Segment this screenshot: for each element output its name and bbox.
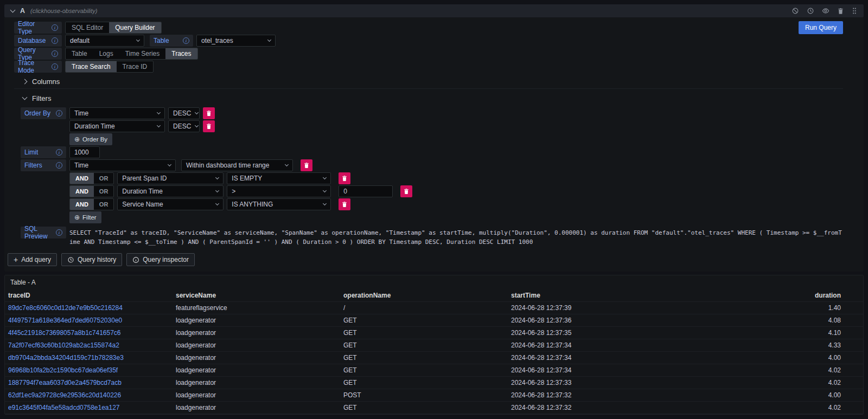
columns-section-toggle[interactable]: Columns xyxy=(14,75,843,89)
history-icon xyxy=(67,256,74,263)
limit-input[interactable] xyxy=(69,146,100,158)
eye-icon[interactable] xyxy=(822,7,829,15)
info-icon[interactable] xyxy=(56,162,62,169)
column-header-duration[interactable]: duration xyxy=(675,289,863,302)
filters-section-toggle[interactable]: Filters xyxy=(14,91,843,105)
drag-handle-icon[interactable] xyxy=(852,7,857,15)
remove-filter-button[interactable] xyxy=(301,159,312,171)
trace-id-link[interactable]: 1887794f7eaa6037d0e2a4579bcd7acb xyxy=(5,377,173,389)
trace-mode-row: Trace Mode Trace Search Trace ID xyxy=(14,61,843,73)
remove-order-by-button[interactable] xyxy=(203,120,215,132)
trace-id-link[interactable]: e91c3645f04fa5e58adcd0758e1ea127 xyxy=(5,402,173,414)
query-inspector-button[interactable]: Query inspector xyxy=(126,253,195,266)
collapse-query-icon[interactable] xyxy=(10,8,16,13)
filter-value-input[interactable] xyxy=(339,185,393,197)
and-option[interactable]: AND xyxy=(70,199,94,210)
duration-cell: 4.10 xyxy=(675,327,863,339)
start-time-cell: 2024-06-28 12:37:35 xyxy=(508,327,675,339)
trace-id-link[interactable]: 7a2f07ecf63c60b1029ab2ac155874a2 xyxy=(5,339,173,352)
info-icon[interactable] xyxy=(56,229,62,236)
query-row-header[interactable]: A (clickhouse-observability) xyxy=(4,4,864,17)
chevron-down-icon xyxy=(215,176,219,179)
trace-id-link[interactable]: 62df1ec9a29728c9e29536c20d140226 xyxy=(5,389,173,402)
trace-search-option[interactable]: Trace Search xyxy=(66,61,117,72)
column-header-trace-id[interactable]: traceID xyxy=(5,289,173,302)
info-icon[interactable] xyxy=(52,63,58,70)
add-filter-button[interactable]: Filter xyxy=(69,211,101,223)
and-option[interactable]: AND xyxy=(70,186,94,197)
trace-id-link[interactable]: 89dc7e8c6060c0d12de7e9b50c216284 xyxy=(5,302,173,314)
filter-field-select[interactable]: Parent Span ID xyxy=(117,172,224,184)
info-icon[interactable] xyxy=(52,24,58,31)
info-icon[interactable] xyxy=(56,110,62,117)
ban-icon[interactable] xyxy=(792,7,799,15)
filters-section-body: Order By Time DESC Dura xyxy=(14,107,843,247)
query-inspector-label: Query inspector xyxy=(143,256,189,263)
query-type-logs-option[interactable]: Logs xyxy=(93,48,119,59)
trash-icon xyxy=(206,123,212,130)
trace-mode-toggle: Trace Search Trace ID xyxy=(65,61,154,73)
filter-operator-select[interactable]: Within dashboard time range xyxy=(181,159,293,171)
remove-filter-button[interactable] xyxy=(400,185,412,197)
or-option[interactable]: OR xyxy=(94,186,114,197)
table-scroll-area[interactable]: traceID serviceName operationName startT… xyxy=(5,289,863,414)
trash-icon[interactable] xyxy=(837,8,844,15)
filter-operator-select[interactable]: IS ANYTHING xyxy=(227,198,331,210)
order-by-field-select[interactable]: Duration Time xyxy=(69,120,165,132)
order-by-direction-select[interactable]: DESC xyxy=(168,107,200,119)
query-type-time-series-option[interactable]: Time Series xyxy=(119,48,166,59)
order-by-direction-select[interactable]: DESC xyxy=(168,120,200,132)
order-by-row: Order By Time DESC xyxy=(21,107,843,119)
info-icon[interactable] xyxy=(52,37,58,44)
run-query-button[interactable]: Run Query xyxy=(799,21,843,34)
or-option[interactable]: OR xyxy=(94,173,114,184)
history-icon[interactable] xyxy=(807,7,814,15)
sql-preview-label: SQL Preview xyxy=(21,227,66,238)
column-header-operation-name[interactable]: operationName xyxy=(340,289,508,302)
sql-preview-row: SQL Preview SELECT "TraceId" as traceID,… xyxy=(21,227,843,247)
operation-name-cell: GET xyxy=(340,377,508,389)
column-header-start-time[interactable]: startTime xyxy=(508,289,675,302)
trace-id-link[interactable]: db9704a2bbda34204d159c71b78283e3 xyxy=(5,352,173,364)
service-name-cell: loadgenerator xyxy=(173,389,340,402)
filter-operator-select[interactable]: IS EMPTY xyxy=(227,172,331,184)
query-history-button[interactable]: Query history xyxy=(61,253,122,266)
add-order-by-button[interactable]: Order By xyxy=(69,133,112,145)
database-select-value: default xyxy=(70,37,90,44)
trace-id-link[interactable]: 4f45c21918c73698057a8b1c741657c6 xyxy=(5,327,173,339)
remove-filter-button[interactable] xyxy=(339,172,350,184)
database-select[interactable]: default xyxy=(65,35,144,47)
info-icon[interactable] xyxy=(183,37,189,44)
remove-filter-button[interactable] xyxy=(339,198,350,210)
order-by-direction-value: DESC xyxy=(173,123,191,130)
and-option[interactable]: AND xyxy=(70,173,94,184)
add-order-by-row: Order By xyxy=(21,133,843,145)
chevron-down-icon xyxy=(215,189,219,192)
operation-name-cell: GET xyxy=(340,327,508,339)
trace-id-link[interactable]: 4f497571a618e364ed7ded60752030e0 xyxy=(5,314,173,327)
trash-icon xyxy=(341,201,348,208)
limit-row: Limit xyxy=(21,146,843,158)
filter-field-select[interactable]: Service Name xyxy=(117,198,224,210)
info-icon[interactable] xyxy=(52,50,58,57)
remove-order-by-button[interactable] xyxy=(203,107,215,119)
order-by-field-select[interactable]: Time xyxy=(69,107,165,119)
editor-type-toggle: SQL Editor Query Builder xyxy=(65,22,162,34)
filter-field-select[interactable]: Time xyxy=(69,159,176,171)
sql-editor-option[interactable]: SQL Editor xyxy=(66,22,109,33)
filter-field-select[interactable]: Duration Time xyxy=(117,185,224,197)
trace-id-link[interactable]: 96968b10fa2b2c1590bc67dea06ef35f xyxy=(5,364,173,377)
plus-icon xyxy=(14,255,18,264)
trace-id-option[interactable]: Trace ID xyxy=(117,61,154,72)
column-header-service-name[interactable]: serviceName xyxy=(173,289,340,302)
filter-condition-row: AND OR Parent Span ID IS EMPTY xyxy=(21,172,843,184)
info-icon[interactable] xyxy=(56,149,62,156)
add-query-button[interactable]: Add query xyxy=(8,253,57,266)
duration-cell: 4.33 xyxy=(675,339,863,352)
filter-operator-select[interactable]: > xyxy=(227,185,331,197)
or-option[interactable]: OR xyxy=(94,199,114,210)
query-type-table-option[interactable]: Table xyxy=(66,48,93,59)
query-builder-option[interactable]: Query Builder xyxy=(109,22,161,33)
table-select[interactable]: otel_traces xyxy=(196,35,276,47)
query-type-traces-option[interactable]: Traces xyxy=(165,48,197,59)
